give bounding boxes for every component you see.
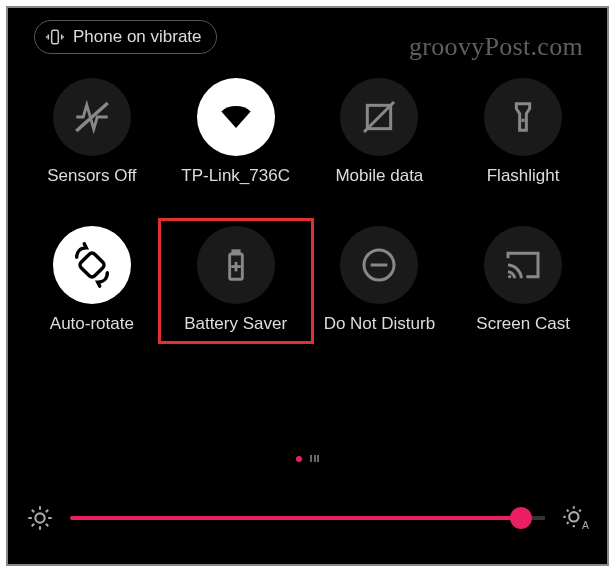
- mobile-data-icon: [359, 97, 399, 137]
- vibrate-status-chip[interactable]: Phone on vibrate: [34, 20, 217, 54]
- tile-label: Battery Saver: [184, 314, 287, 334]
- tile-label: Screen Cast: [476, 314, 570, 334]
- screen-cast-icon: [503, 245, 543, 285]
- tile-screen-cast-button[interactable]: [484, 226, 562, 304]
- tile-screen-cast[interactable]: Screen Cast: [451, 226, 595, 334]
- page-dot-active: [296, 456, 302, 462]
- tile-wifi-button[interactable]: [197, 78, 275, 156]
- tile-dnd[interactable]: Do Not Disturb: [308, 226, 452, 334]
- tile-battery-saver[interactable]: Battery Saver: [164, 226, 308, 334]
- auto-brightness-icon[interactable]: A: [561, 504, 589, 532]
- watermark-text: groovyPost.com: [409, 32, 583, 62]
- page-indicator: [8, 455, 607, 462]
- vibrate-icon: [45, 27, 65, 47]
- svg-point-12: [508, 275, 511, 278]
- svg-point-13: [35, 513, 44, 522]
- svg-rect-5: [78, 251, 105, 278]
- tile-flashlight[interactable]: Flashlight: [451, 78, 595, 186]
- tile-battery-saver-button[interactable]: [197, 226, 275, 304]
- brightness-low-icon: [26, 504, 54, 532]
- tile-wifi[interactable]: TP-Link_736C: [164, 78, 308, 186]
- vibrate-label: Phone on vibrate: [73, 27, 202, 47]
- wifi-icon: [214, 95, 258, 139]
- tile-sensors-off-button[interactable]: [53, 78, 131, 156]
- tile-auto-rotate-button[interactable]: [53, 226, 131, 304]
- tile-label: Sensors Off: [47, 166, 136, 186]
- tile-label: Mobile data: [335, 166, 423, 186]
- flashlight-icon: [503, 97, 543, 137]
- tile-flashlight-button[interactable]: [484, 78, 562, 156]
- tile-dnd-button[interactable]: [340, 226, 418, 304]
- quick-settings-grid: Sensors Off TP-Link_736C: [8, 68, 607, 334]
- svg-rect-7: [232, 251, 238, 254]
- tile-label: TP-Link_736C: [181, 166, 290, 186]
- svg-text:A: A: [582, 519, 589, 531]
- dnd-icon: [359, 245, 399, 285]
- svg-point-14: [569, 512, 578, 521]
- auto-rotate-icon: [69, 242, 115, 288]
- tile-label: Do Not Disturb: [324, 314, 435, 334]
- tile-label: Auto-rotate: [50, 314, 134, 334]
- brightness-row: A: [26, 504, 589, 532]
- battery-saver-icon: [217, 246, 255, 284]
- tile-mobile-data-button[interactable]: [340, 78, 418, 156]
- sensors-off-icon: [71, 96, 113, 138]
- page-dot-inactive: [310, 455, 319, 462]
- tile-sensors-off[interactable]: Sensors Off: [20, 78, 164, 186]
- tile-mobile-data[interactable]: Mobile data: [308, 78, 452, 186]
- brightness-slider[interactable]: [70, 516, 545, 520]
- tile-label: Flashlight: [487, 166, 560, 186]
- brightness-thumb[interactable]: [510, 507, 532, 529]
- svg-rect-0: [52, 30, 59, 43]
- tile-auto-rotate[interactable]: Auto-rotate: [20, 226, 164, 334]
